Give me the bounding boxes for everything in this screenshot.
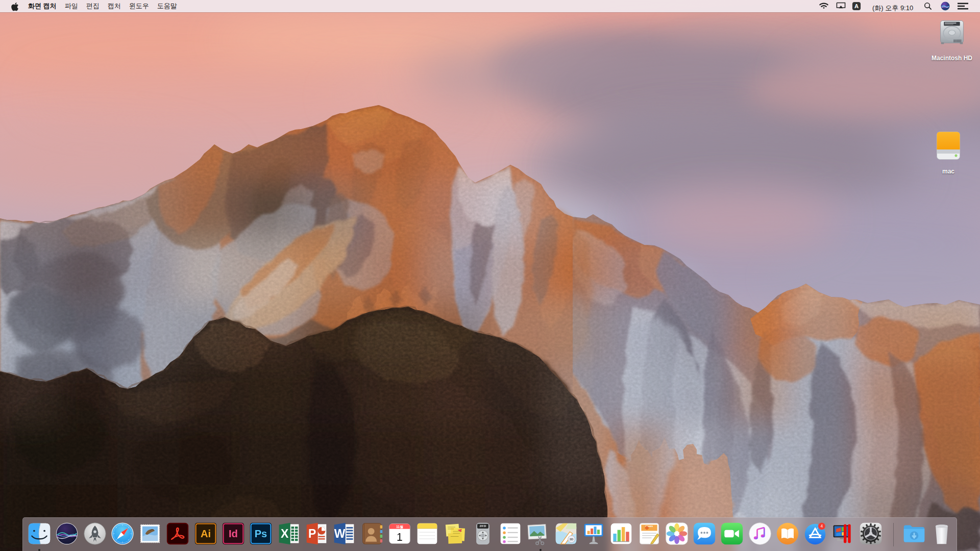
svg-text:4: 4: [821, 524, 823, 529]
svg-text:1: 1: [397, 531, 403, 543]
svg-text:W: W: [334, 527, 346, 540]
svg-text:Ps: Ps: [255, 528, 267, 539]
svg-text:Id: Id: [229, 528, 238, 539]
svg-text:P: P: [308, 527, 316, 540]
svg-text:Ai: Ai: [201, 528, 211, 539]
svg-text:3D: 3D: [570, 538, 574, 541]
svg-text:X: X: [281, 527, 289, 540]
svg-text:DVD: DVD: [479, 524, 486, 528]
svg-text:A: A: [854, 3, 859, 9]
svg-text:11월: 11월: [396, 525, 403, 529]
